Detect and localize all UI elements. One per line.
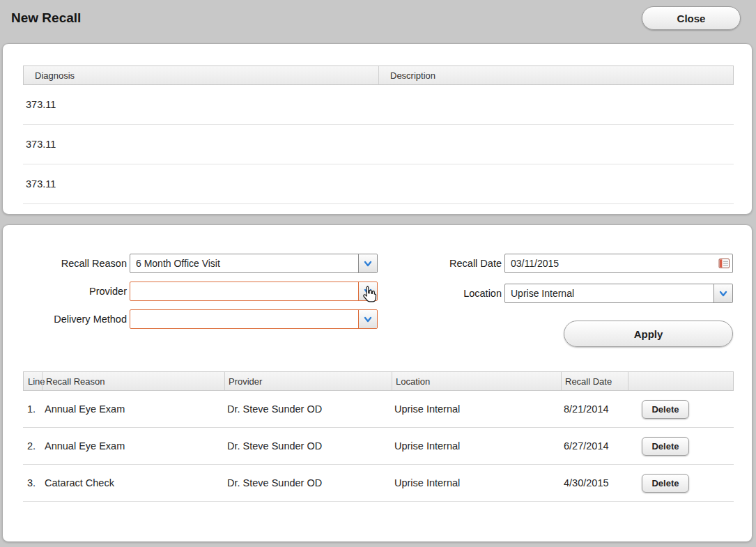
dialog-header: New Recall Close xyxy=(0,0,756,36)
column-header-description: Description xyxy=(378,66,733,84)
provider-cell: Dr. Steve Sunder OD xyxy=(224,403,391,415)
table-row: 3. Cataract Check Dr. Steve Sunder OD Up… xyxy=(23,465,734,502)
column-header-provider: Provider xyxy=(224,372,392,390)
location-value: Uprise Internal xyxy=(505,284,713,302)
delete-button[interactable]: Delete xyxy=(642,437,689,456)
table-row[interactable]: 373.11 xyxy=(23,125,734,164)
diagnosis-cell: 373.11 xyxy=(23,99,378,110)
diagnosis-table-header: Diagnosis Description xyxy=(23,66,734,85)
delivery-method-dropdown[interactable] xyxy=(130,309,378,329)
delete-button[interactable]: Delete xyxy=(642,400,689,419)
provider-cell: Dr. Steve Sunder OD xyxy=(224,477,391,488)
recall-date-label: Recall Date xyxy=(379,254,502,273)
column-header-recall-date: Recall Date xyxy=(561,372,628,390)
line-cell: 1. xyxy=(23,403,41,415)
recalls-table: Line Recall Reason Provider Location Rec… xyxy=(23,371,734,502)
line-cell: 3. xyxy=(23,477,41,488)
diagnosis-table: Diagnosis Description 373.11 373.11 373.… xyxy=(23,66,734,204)
recall-form-panel: Recall Reason 6 Month Office Visit Provi… xyxy=(2,224,753,542)
recall-date-cell: 8/21/2014 xyxy=(560,403,627,415)
provider-value xyxy=(130,282,358,300)
recall-reason-cell: Annual Eye Exam xyxy=(41,403,224,415)
recall-date-cell: 4/30/2015 xyxy=(560,477,627,488)
close-button[interactable]: Close xyxy=(642,6,741,30)
table-row[interactable]: 373.11 xyxy=(23,164,734,204)
delete-button[interactable]: Delete xyxy=(642,474,689,493)
table-row: 2. Annual Eye Exam Dr. Steve Sunder OD U… xyxy=(23,428,734,465)
line-cell: 2. xyxy=(23,440,41,452)
provider-cell: Dr. Steve Sunder OD xyxy=(224,440,391,452)
location-cell: Uprise Internal xyxy=(391,403,560,415)
recall-date-field xyxy=(504,254,733,273)
recall-reason-label: Recall Reason xyxy=(17,254,127,273)
column-header-line: Line xyxy=(24,372,42,390)
calendar-icon[interactable] xyxy=(716,258,732,269)
provider-label: Provider xyxy=(17,282,127,301)
column-header-diagnosis: Diagnosis xyxy=(24,66,378,84)
location-dropdown[interactable]: Uprise Internal xyxy=(504,284,733,303)
chevron-down-icon[interactable] xyxy=(358,310,377,328)
diagnosis-panel: Diagnosis Description 373.11 373.11 373.… xyxy=(2,43,753,215)
recall-reason-cell: Annual Eye Exam xyxy=(41,440,224,452)
chevron-down-icon[interactable] xyxy=(358,282,377,300)
table-row: 1. Annual Eye Exam Dr. Steve Sunder OD U… xyxy=(23,391,734,428)
column-header-recall-reason: Recall Reason xyxy=(42,372,224,390)
table-row[interactable]: 373.11 xyxy=(23,85,734,125)
recall-reason-dropdown[interactable]: 6 Month Office Visit xyxy=(130,254,378,273)
chevron-down-icon[interactable] xyxy=(358,254,377,272)
diagnosis-cell: 373.11 xyxy=(23,139,378,150)
recall-date-cell: 6/27/2014 xyxy=(560,440,627,452)
recalls-table-header: Line Recall Reason Provider Location Rec… xyxy=(23,371,734,391)
provider-dropdown[interactable] xyxy=(130,282,378,301)
column-header-actions xyxy=(628,372,733,390)
recall-reason-cell: Cataract Check xyxy=(41,477,224,488)
apply-button[interactable]: Apply xyxy=(564,321,733,347)
location-label: Location xyxy=(379,284,502,303)
location-cell: Uprise Internal xyxy=(391,440,560,452)
page-title: New Recall xyxy=(11,0,81,36)
delivery-method-label: Delivery Method xyxy=(17,309,127,329)
chevron-down-icon[interactable] xyxy=(713,284,732,302)
diagnosis-cell: 373.11 xyxy=(23,178,378,190)
delivery-method-value xyxy=(130,310,358,328)
recall-reason-value: 6 Month Office Visit xyxy=(130,254,358,272)
column-header-location: Location xyxy=(392,372,561,390)
recall-date-input[interactable] xyxy=(505,258,716,269)
location-cell: Uprise Internal xyxy=(391,477,560,488)
